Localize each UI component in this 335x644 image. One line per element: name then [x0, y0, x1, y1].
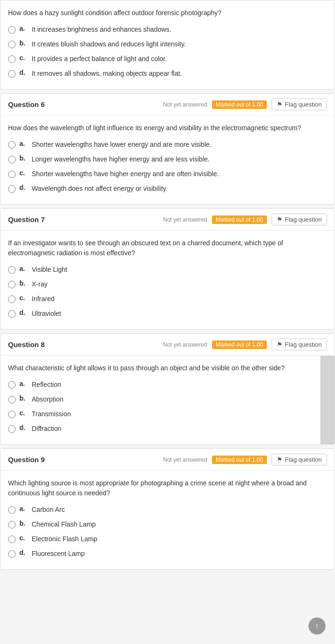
radio-q9-1[interactable]	[8, 521, 16, 528]
not-answered-label-q8: Not yet answered	[163, 341, 207, 348]
option-text-q5_fragment-0[interactable]: It increases brightness and enhances sha…	[32, 25, 171, 35]
option-letter-q6-2: c.	[19, 169, 28, 177]
option-item-q7-1: b. X-ray	[8, 279, 327, 289]
option-letter-q5_fragment-0: a.	[19, 25, 28, 32]
question-title-q6: Question 6	[8, 100, 45, 108]
option-item-q9-3: d. Fluorescent Lamp	[8, 549, 327, 559]
option-text-q9-1[interactable]: Chemical Flash Lamp	[32, 519, 96, 529]
question-block-q8: Question 8 Not yet answered Marked out o…	[0, 333, 335, 445]
option-letter-q7-2: c.	[19, 294, 28, 302]
question-block-q9: Question 9 Not yet answered Marked out o…	[0, 448, 335, 570]
option-text-q9-0[interactable]: Carbon Arc	[32, 505, 65, 515]
option-item-q9-0: a. Carbon Arc	[8, 505, 327, 515]
option-text-q5_fragment-2[interactable]: It provides a perfect balance of light a…	[32, 54, 167, 64]
question-body-q8: What characteristic of light allows it t…	[0, 356, 335, 444]
option-letter-q8-2: c.	[19, 409, 28, 417]
option-text-q7-1[interactable]: X-ray	[32, 279, 47, 289]
option-letter-q5_fragment-3: d.	[19, 69, 28, 76]
option-text-q6-3[interactable]: Wavelength does not affect energy or vis…	[32, 184, 168, 194]
option-text-q8-0[interactable]: Reflection	[32, 380, 61, 390]
marked-badge-q6: Marked out of 1.00	[212, 100, 267, 109]
option-letter-q8-1: b.	[19, 394, 28, 402]
question-meta-q6: Not yet answered Marked out of 1.00 ⚑ Fl…	[163, 98, 327, 110]
question-block-q7: Question 7 Not yet answered Marked out o…	[0, 208, 335, 330]
option-text-q6-1[interactable]: Longer wavelengths have higher energy an…	[32, 154, 210, 164]
not-answered-label-q6: Not yet answered	[163, 101, 207, 108]
options-list-q5_fragment: a. It increases brightness and enhances …	[8, 25, 327, 79]
option-letter-q8-0: a.	[19, 380, 28, 387]
radio-q5_fragment-1[interactable]	[8, 41, 16, 48]
radio-q6-3[interactable]	[8, 185, 16, 193]
radio-q7-3[interactable]	[8, 310, 16, 318]
option-text-q8-3[interactable]: Diffraction	[32, 424, 62, 434]
radio-q8-2[interactable]	[8, 411, 16, 418]
question-block-q5_fragment: How does a hazy sunlight condition affec…	[0, 0, 335, 89]
flag-icon-q7: ⚑	[277, 216, 282, 223]
question-title-q9: Question 9	[8, 456, 45, 464]
flag-button-q8[interactable]: ⚑ Flag question	[272, 339, 327, 350]
question-header-q7: Question 7 Not yet answered Marked out o…	[0, 209, 335, 231]
radio-q8-1[interactable]	[8, 396, 16, 403]
option-letter-q6-0: a.	[19, 140, 28, 147]
overlay-q8	[320, 356, 335, 444]
option-item-q6-2: c. Shorter wavelengths have higher energ…	[8, 169, 327, 179]
radio-q8-0[interactable]	[8, 381, 16, 389]
radio-q5_fragment-3[interactable]	[8, 70, 16, 78]
flag-label-q6: Flag question	[285, 101, 322, 108]
question-body-q6: How does the wavelength of light influen…	[0, 116, 335, 204]
flag-label-q7: Flag question	[285, 216, 322, 223]
option-text-q6-2[interactable]: Shorter wavelengths have higher energy a…	[32, 169, 219, 179]
option-text-q5_fragment-3[interactable]: It removes all shadows, making objects a…	[32, 69, 182, 79]
option-text-q7-0[interactable]: Visible Light	[32, 265, 67, 275]
flag-icon-q8: ⚑	[277, 341, 282, 348]
option-text-q5_fragment-1[interactable]: It creates bluish shadows and reduces li…	[32, 39, 186, 49]
radio-q9-3[interactable]	[8, 550, 16, 558]
flag-button-q9[interactable]: ⚑ Flag question	[272, 454, 327, 465]
option-text-q9-2[interactable]: Electronic Flash Lamp	[32, 534, 97, 544]
flag-button-q7[interactable]: ⚑ Flag question	[272, 214, 327, 225]
option-text-q9-3[interactable]: Fluorescent Lamp	[32, 549, 85, 559]
option-text-q8-2[interactable]: Transmission	[32, 409, 71, 419]
question-body-q7: If an investigator wants to see through …	[0, 231, 335, 329]
question-body-q5_fragment: How does a hazy sunlight condition affec…	[0, 0, 335, 89]
question-header-q8: Question 8 Not yet answered Marked out o…	[0, 334, 335, 356]
radio-q9-2[interactable]	[8, 536, 16, 543]
question-block-q6: Question 6 Not yet answered Marked out o…	[0, 93, 335, 205]
option-letter-q7-1: b.	[19, 279, 28, 287]
option-item-q9-2: c. Electronic Flash Lamp	[8, 534, 327, 544]
option-item-q8-2: c. Transmission	[8, 409, 327, 419]
radio-q5_fragment-0[interactable]	[8, 26, 16, 34]
question-meta-q9: Not yet answered Marked out of 1.00 ⚑ Fl…	[163, 454, 327, 465]
question-meta-q7: Not yet answered Marked out of 1.00 ⚑ Fl…	[163, 214, 327, 225]
radio-q6-0[interactable]	[8, 141, 16, 149]
question-text-q6: How does the wavelength of light influen…	[8, 123, 327, 133]
radio-q7-0[interactable]	[8, 266, 16, 274]
option-letter-q7-0: a.	[19, 265, 28, 272]
radio-q6-1[interactable]	[8, 156, 16, 163]
option-letter-q5_fragment-2: c.	[19, 54, 28, 62]
flag-icon-q9: ⚑	[277, 456, 282, 463]
not-answered-label-q7: Not yet answered	[163, 216, 207, 223]
radio-q8-3[interactable]	[8, 425, 16, 433]
radio-q9-0[interactable]	[8, 506, 16, 514]
option-letter-q8-3: d.	[19, 424, 28, 431]
marked-badge-q9: Marked out of 1.00	[212, 456, 267, 464]
option-letter-q5_fragment-1: b.	[19, 39, 28, 47]
question-title-q8: Question 8	[8, 340, 45, 349]
flag-button-q6[interactable]: ⚑ Flag question	[272, 98, 327, 110]
radio-q7-1[interactable]	[8, 281, 16, 288]
option-letter-q9-2: c.	[19, 534, 28, 542]
option-text-q6-0[interactable]: Shorter wavelengths have lower energy an…	[32, 140, 212, 150]
radio-q7-2[interactable]	[8, 295, 16, 303]
option-item-q6-1: b. Longer wavelengths have higher energy…	[8, 154, 327, 164]
question-text-q8: What characteristic of light allows it t…	[8, 363, 327, 373]
option-text-q8-1[interactable]: Absorption	[32, 394, 63, 404]
radio-q6-2[interactable]	[8, 170, 16, 178]
options-list-q7: a. Visible Light b. X-ray c. Infrared d.…	[8, 265, 327, 319]
radio-q5_fragment-2[interactable]	[8, 55, 16, 63]
option-text-q7-2[interactable]: Infrared	[32, 294, 54, 304]
marked-badge-q8: Marked out of 1.00	[212, 340, 267, 349]
option-text-q7-3[interactable]: Ultraviolet	[32, 309, 61, 319]
option-item-q6-3: d. Wavelength does not affect energy or …	[8, 184, 327, 194]
option-item-q7-0: a. Visible Light	[8, 265, 327, 275]
